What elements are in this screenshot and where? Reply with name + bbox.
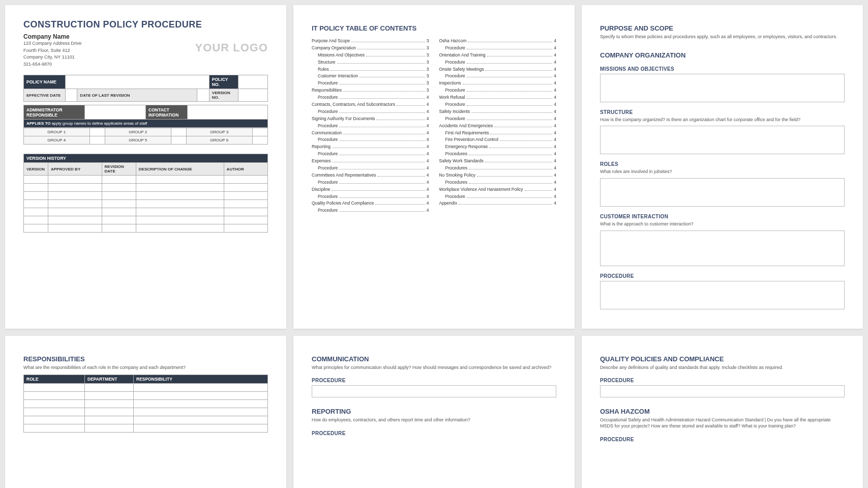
admin-table: ADMINISTRATOR RESPONSIBLE CONTACT INFORM… — [23, 105, 268, 128]
table-row[interactable] — [24, 224, 268, 233]
h-proc-quality: PROCEDURE — [600, 378, 845, 383]
toc-entry: Committees And Representatives4 — [312, 173, 429, 179]
field-policy-no[interactable] — [238, 75, 268, 89]
box-structure[interactable] — [600, 126, 845, 154]
h-responsibilities: RESPONSIBILITIES — [23, 355, 268, 363]
label-contact-info: CONTACT INFORMATION — [146, 105, 188, 120]
toc-entry: Procedure4 — [312, 137, 429, 143]
field-effective-date[interactable] — [65, 89, 77, 102]
resp-col-dept: DEPARTMENT — [85, 375, 134, 384]
toc-entry: Missions And Objectives3 — [312, 52, 429, 59]
d-customer: What is the approach to customer interac… — [600, 221, 845, 227]
version-history-hdr: VERSION HISTORY — [24, 154, 268, 163]
table-row[interactable] — [24, 392, 268, 400]
addr1: 123 Company Address Drive — [23, 40, 82, 47]
toc-entry: Structure3 — [312, 60, 429, 66]
toc-entry: Procedure4 — [312, 194, 429, 200]
toc-entry: Procedure4 — [439, 102, 557, 108]
field-version-no[interactable] — [238, 89, 268, 102]
box-procedure[interactable] — [600, 281, 845, 309]
h-communication: COMMUNICATION — [312, 355, 556, 363]
company-name: Company Name — [23, 33, 82, 40]
h-missions: MISSIONS AND OBJECTIVES — [600, 66, 845, 72]
page-4: RESPONSIBILITIES What are the responsibi… — [5, 336, 286, 488]
toc-entry: Reporting4 — [312, 144, 429, 150]
toc-entry: Customer Interaction3 — [312, 73, 429, 79]
toc-entry: Procedure4 — [439, 73, 557, 79]
toc-entry: Procedure4 — [312, 151, 429, 157]
table-row[interactable] — [24, 184, 268, 192]
box-missions[interactable] — [600, 74, 845, 102]
d-roles: What roles are involved in jobsites? — [600, 169, 845, 175]
h-reporting: REPORTING — [312, 408, 556, 415]
toc-entry: Procedure4 — [439, 116, 557, 122]
applies-to-row: APPLIES TO apply group names to define a… — [24, 120, 268, 128]
toc-entry: Workplace Violence And Harassment Policy… — [439, 187, 557, 193]
d-reporting: How do employees, contractors, and other… — [312, 417, 556, 423]
applies-to-note: apply group names to define applicable a… — [52, 121, 147, 126]
version-history-table: VERSION HISTORY VERSION APPROVED BY REVI… — [23, 154, 268, 233]
toc-entry: Procedure4 — [312, 123, 429, 129]
d-structure: How is the company organized? Is there a… — [600, 117, 845, 123]
toc-entry: Emergency Response4 — [439, 144, 557, 150]
label-policy-no: POLICY NO. — [209, 75, 238, 89]
vh-col-author: AUTHOR — [224, 163, 267, 176]
group-6[interactable]: GROUP 6 — [186, 136, 252, 145]
toc-entry: Procedures4 — [439, 151, 557, 157]
table-row[interactable] — [24, 176, 268, 184]
toc-entry: Procedure4 — [312, 109, 429, 115]
field-date-last-rev[interactable] — [197, 89, 209, 102]
box-customer[interactable] — [600, 231, 845, 266]
toc-entry: Fire Prevention And Control4 — [439, 137, 557, 143]
group-2[interactable]: GROUP 2 — [105, 128, 171, 136]
table-row[interactable] — [24, 424, 268, 433]
box-roles[interactable] — [600, 178, 845, 207]
phone: 321-654-9870 — [23, 61, 82, 68]
page-3: PURPOSE AND SCOPE Specify to whom these … — [582, 5, 863, 329]
table-row[interactable] — [24, 192, 268, 200]
group-5[interactable]: GROUP 5 — [105, 136, 171, 145]
h-procedure: PROCEDURE — [600, 273, 845, 279]
field-policy-name[interactable] — [65, 75, 209, 89]
logo-placeholder: YOUR LOGO — [195, 41, 268, 54]
table-row[interactable] — [24, 408, 268, 416]
responsibilities-table: ROLE DEPARTMENT RESPONSIBILITY — [23, 375, 268, 433]
toc-entry: Procedure4 — [439, 45, 557, 51]
toc-entry: Procedure4 — [439, 60, 557, 66]
toc-entry: Responsibilities3 — [312, 88, 429, 94]
toc-entry: Expenses4 — [312, 158, 429, 164]
toc-entry: No Smoking Policy4 — [439, 173, 557, 179]
toc-entry: Contracts, Contractors, And Subcontracto… — [312, 102, 429, 108]
vh-col-approved: APPROVED BY — [48, 163, 102, 176]
groups-table: GROUP 1 GROUP 2 GROUP 3 GROUP 4 GROUP 5 … — [23, 128, 268, 145]
toc-right: Osha Hazcom4Procedure4Orientation And Tr… — [439, 38, 557, 215]
toc-entry: Procedure4 — [312, 208, 429, 214]
group-1[interactable]: GROUP 1 — [24, 128, 90, 136]
d-osha: Occupational Safety and Health Administr… — [600, 417, 845, 429]
field-admin-resp[interactable] — [85, 105, 146, 120]
vh-col-version: VERSION — [24, 163, 48, 176]
policy-meta-table: POLICY NAME POLICY NO. EFFECTIVE DATE DA… — [23, 75, 268, 102]
label-version-no: VERSION NO. — [209, 89, 238, 102]
field-contact-info[interactable] — [187, 105, 267, 120]
table-row[interactable] — [24, 200, 268, 208]
table-row[interactable] — [24, 208, 268, 216]
table-row[interactable] — [24, 400, 268, 408]
d-communication: What principles for communication should… — [312, 365, 556, 371]
table-row[interactable] — [24, 416, 268, 424]
toc-entry: Appendix4 — [439, 200, 557, 207]
toc-entry: Company Organization3 — [312, 45, 429, 51]
group-3[interactable]: GROUP 3 — [186, 128, 252, 136]
box-comm-proc[interactable] — [312, 385, 556, 397]
toc-entry: Procedure4 — [439, 194, 557, 200]
box-quality-proc[interactable] — [600, 385, 845, 397]
table-row[interactable] — [24, 384, 268, 392]
h-roles: ROLES — [600, 161, 845, 167]
h-proc-comm: PROCEDURE — [312, 378, 556, 383]
table-row[interactable] — [24, 216, 268, 224]
toc-entry: Procedures4 — [439, 180, 557, 186]
group-4[interactable]: GROUP 4 — [24, 136, 90, 145]
company-block: Company Name 123 Company Address Drive F… — [23, 33, 82, 68]
h-quality: QUALITY POLICIES AND COMPLIANCE — [600, 355, 845, 363]
vh-col-desc: DESCRIPTION OF CHANGE — [136, 163, 224, 176]
